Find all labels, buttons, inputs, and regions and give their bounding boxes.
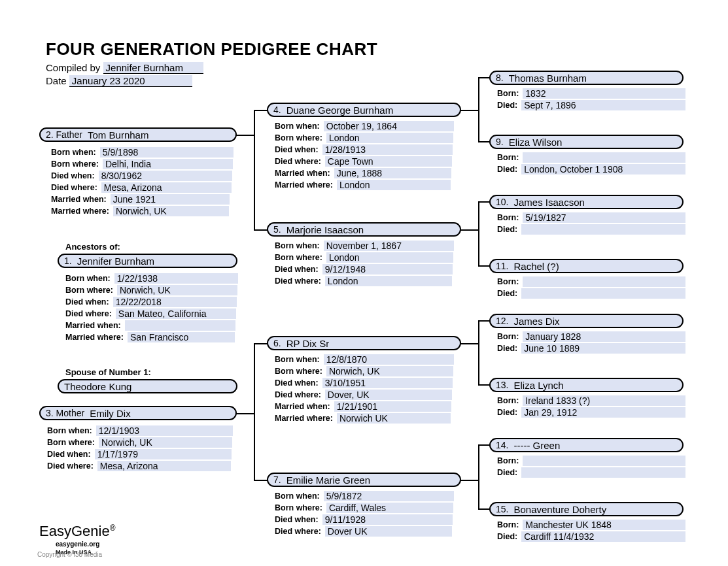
p3-died-when[interactable]: 1/17/1979 [95,449,232,459]
val[interactable]: 3/10/1951 [322,378,453,388]
val[interactable]: Cardiff 11/4/1932 [521,531,685,542]
name: James Isaacson [513,197,584,208]
person-13[interactable]: 13.Eliza Lynch [489,378,684,392]
val[interactable]: 1/21/1901 [334,401,451,412]
val[interactable]: Dover UK [325,526,452,537]
person-6[interactable]: 6.RP Dix Sr [267,336,461,350]
compiled-by-row: Compiled by Jennifer Burnham [46,62,203,74]
val[interactable]: Sept 7, 1896 [521,100,685,110]
person-8[interactable]: 8.Thomas Burnham [489,71,684,85]
label: Died: [497,101,517,110]
connector [460,343,479,344]
val[interactable]: Dover, UK [325,390,452,400]
val[interactable]: London [325,276,452,286]
val[interactable]: London, October 1 1908 [521,164,685,175]
num: 6. [273,338,281,348]
p1-born-where[interactable]: Norwich, UK [117,285,237,295]
person-4[interactable]: 4.Duane George Burnham [267,103,461,117]
val[interactable]: Norwich, UK [326,366,453,376]
name: Duane George Burnham [286,105,393,116]
date-value[interactable]: January 23 2020 [69,75,192,87]
val[interactable]: Manchester UK 1848 [523,520,685,530]
p3-born-where[interactable]: Norwich, UK [99,437,232,448]
name: Thomas Burnham [509,73,587,84]
val[interactable]: 5/9/1872 [324,491,454,501]
person-1[interactable]: 1. Jennifer Burnham [58,254,237,268]
label: Born when: [51,148,96,157]
name: Eliza Lynch [513,380,563,391]
val[interactable]: Jan 29, 1912 [521,407,685,418]
val[interactable] [523,456,685,466]
person-9[interactable]: 9.Eliza Wilson [489,135,684,149]
val[interactable] [523,276,685,287]
person-12[interactable]: 12.James Dix [489,314,684,328]
label: Born: [497,89,519,98]
label: Died where: [65,309,112,318]
person-3-mother[interactable]: 3. Mother Emily Dix [39,406,237,420]
label: Born where: [51,159,99,169]
num: 8. [496,73,504,83]
val[interactable]: 9/11/1928 [322,514,453,525]
p2-died-when[interactable]: 8/30/1962 [99,171,232,181]
label: Born where: [65,286,113,295]
label: Born where: [47,438,95,447]
label: Died: [497,344,517,353]
p1-born-when[interactable]: 1/22/1938 [114,273,238,284]
p1-died-when[interactable]: 12/22/2018 [113,297,237,307]
p2-born-when[interactable]: 5/9/1898 [100,147,234,158]
val[interactable]: Norwich UK [337,413,451,424]
p3-died-where[interactable]: Mesa, Arizona [97,461,231,471]
person-10[interactable]: 10.James Isaacson [489,195,684,209]
person-15[interactable]: 15.Bonaventure Doherty [489,502,684,516]
val[interactable] [523,152,685,163]
person-14[interactable]: 14.----- Green [489,438,684,452]
val[interactable]: January 1828 [523,331,685,342]
p3-born-when[interactable]: 12/1/1903 [96,425,233,436]
person-1-name: Jennifer Burnham [77,256,154,267]
p2-died-where[interactable]: Mesa, Arizona [101,182,232,193]
person-5[interactable]: 5.Marjorie Isaacson [267,222,461,237]
person-1-num: 1. [64,256,72,266]
p1-married-where[interactable]: San Francisco [128,332,235,342]
name: RP Dix Sr [286,338,330,349]
compiled-by-value[interactable]: Jennifer Burnham [103,62,203,74]
val[interactable]: Ireland 1833 (?) [523,395,685,406]
label: Died: [497,165,517,174]
num: 5. [273,224,281,235]
val[interactable]: Cape Town [325,156,452,167]
val[interactable]: October 19, 1864 [324,121,454,131]
name: James Dix [513,316,559,327]
connector [254,110,255,231]
p2-born-where[interactable]: Delhi, India [103,159,233,169]
person-2-father[interactable]: 2. Father Tom Burnham [39,127,237,142]
val[interactable]: 9/12/1948 [322,264,453,275]
val[interactable]: London [326,252,453,263]
label: Died where: [51,183,97,192]
person-11[interactable]: 11.Rachel (?) [489,259,684,273]
val[interactable]: November 1, 1867 [324,241,454,251]
val[interactable]: London [326,133,453,143]
p1-died-where[interactable]: San Mateo, California [116,308,236,319]
val[interactable]: Cardiff, Wales [326,503,453,513]
val[interactable]: London [337,180,451,190]
p2-married-where[interactable]: Norwich, UK [113,206,229,216]
label: Born: [497,520,519,529]
val[interactable]: 1832 [523,88,685,99]
val[interactable]: 1/28/1913 [322,144,453,155]
val[interactable]: 12/8/1870 [324,354,454,365]
val[interactable] [521,288,685,299]
num: 9. [496,137,504,147]
val[interactable]: June 10 1889 [521,343,685,354]
connector [254,480,268,481]
person-7[interactable]: 7.Emilie Marie Green [267,473,461,487]
label: Born when: [275,355,320,364]
val[interactable] [521,467,685,478]
spouse-box[interactable]: Theodore Kung [58,379,237,393]
p2-married-when[interactable]: June 1921 [111,194,230,205]
label: Died when: [275,515,319,524]
val[interactable]: June, 1888 [334,168,451,178]
p1-married-when[interactable] [125,320,235,331]
label: Died: [497,532,517,541]
val[interactable]: 5/19/1827 [523,212,685,223]
val[interactable] [521,224,685,235]
